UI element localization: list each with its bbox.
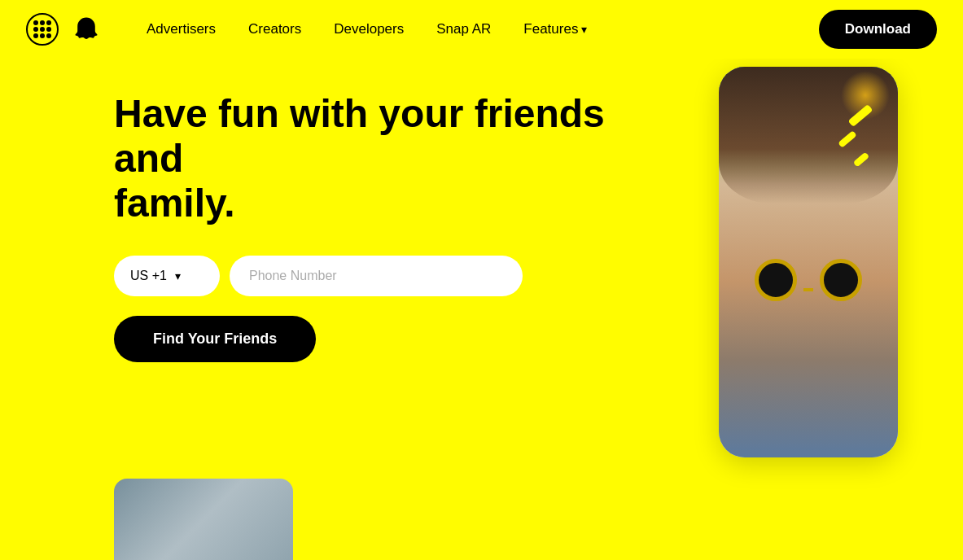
nav-links: Advertisers Creators Developers Snap AR … <box>134 15 600 44</box>
nav-advertisers[interactable]: Advertisers <box>134 15 229 44</box>
snapchat-logo[interactable] <box>72 15 101 44</box>
left-glass <box>755 259 797 301</box>
country-chevron-icon: ▾ <box>175 269 181 282</box>
download-button[interactable]: Download <box>819 10 937 49</box>
nav-features[interactable]: Features ▾ <box>510 15 600 44</box>
find-friends-button[interactable]: Find Your Friends <box>114 316 316 362</box>
chevron-down-icon: ▾ <box>581 23 587 36</box>
ar-glasses <box>755 259 862 301</box>
hero-section: Have fun with your friends and family. U… <box>0 59 963 560</box>
ar-face-preview <box>719 67 898 457</box>
hero-content: Have fun with your friends and family. U… <box>114 91 668 362</box>
bottom-preview-card <box>114 479 293 560</box>
grid-icon <box>33 20 51 38</box>
input-row: US +1 ▾ <box>114 256 668 296</box>
nav-creators[interactable]: Creators <box>235 15 314 44</box>
phone-mockup <box>719 67 898 457</box>
navbar: Advertisers Creators Developers Snap AR … <box>0 0 963 59</box>
nav-snap-ar[interactable]: Snap AR <box>423 15 504 44</box>
nav-developers[interactable]: Developers <box>321 15 417 44</box>
phone-screen <box>719 67 898 457</box>
phone-number-input[interactable] <box>230 256 523 296</box>
nav-right: Download <box>819 10 937 49</box>
grid-menu-button[interactable] <box>26 13 59 46</box>
hero-title: Have fun with your friends and family. <box>114 91 668 226</box>
right-glass <box>820 259 862 301</box>
bottom-card-content <box>114 479 293 560</box>
country-selector[interactable]: US +1 ▾ <box>114 256 220 296</box>
glasses-bridge <box>803 288 813 291</box>
nav-left: Advertisers Creators Developers Snap AR … <box>26 13 600 46</box>
